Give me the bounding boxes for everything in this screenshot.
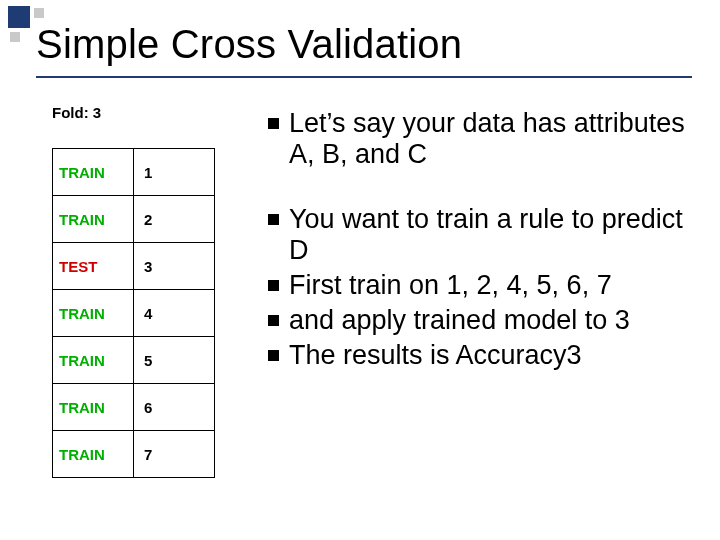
role-cell: TRAIN [53, 431, 134, 478]
table-row: TRAIN 2 [53, 196, 215, 243]
table-row: TRAIN 4 [53, 290, 215, 337]
table-row: TRAIN 6 [53, 384, 215, 431]
role-cell: TRAIN [53, 196, 134, 243]
role-cell: TRAIN [53, 290, 134, 337]
num-cell: 6 [134, 384, 215, 431]
role-cell: TEST [53, 243, 134, 290]
bullet-text: You want to train a rule to predict D [289, 204, 692, 266]
bullet-text: Let’s say your data has attributes A, B,… [289, 108, 692, 170]
bullet-item: You want to train a rule to predict D [268, 204, 692, 266]
fold-table: TRAIN 1 TRAIN 2 TEST 3 TRAIN 4 TRAIN 5 T… [52, 148, 215, 478]
slide: Simple Cross Validation Fold: 3 TRAIN 1 … [0, 0, 720, 540]
num-cell: 5 [134, 337, 215, 384]
num-cell: 1 [134, 149, 215, 196]
bullet-item: The results is Accuracy3 [268, 340, 692, 371]
square-bullet-icon [268, 214, 279, 225]
fold-label: Fold: 3 [52, 104, 101, 121]
role-cell: TRAIN [53, 337, 134, 384]
num-cell: 3 [134, 243, 215, 290]
table-row: TRAIN 7 [53, 431, 215, 478]
bullet-list: Let’s say your data has attributes A, B,… [268, 108, 692, 375]
bullet-text: The results is Accuracy3 [289, 340, 692, 371]
square-bullet-icon [268, 350, 279, 361]
title-underline [36, 76, 692, 78]
role-cell: TRAIN [53, 384, 134, 431]
num-cell: 7 [134, 431, 215, 478]
num-cell: 2 [134, 196, 215, 243]
bullet-text: and apply trained model to 3 [289, 305, 692, 336]
table-row: TEST 3 [53, 243, 215, 290]
num-cell: 4 [134, 290, 215, 337]
slide-title: Simple Cross Validation [36, 22, 700, 67]
bullet-item: First train on 1, 2, 4, 5, 6, 7 [268, 270, 692, 301]
square-bullet-icon [268, 280, 279, 291]
table-row: TRAIN 5 [53, 337, 215, 384]
bullet-text: First train on 1, 2, 4, 5, 6, 7 [289, 270, 692, 301]
bullet-item: and apply trained model to 3 [268, 305, 692, 336]
square-bullet-icon [268, 118, 279, 129]
bullet-item: Let’s say your data has attributes A, B,… [268, 108, 692, 170]
table-row: TRAIN 1 [53, 149, 215, 196]
square-bullet-icon [268, 315, 279, 326]
role-cell: TRAIN [53, 149, 134, 196]
